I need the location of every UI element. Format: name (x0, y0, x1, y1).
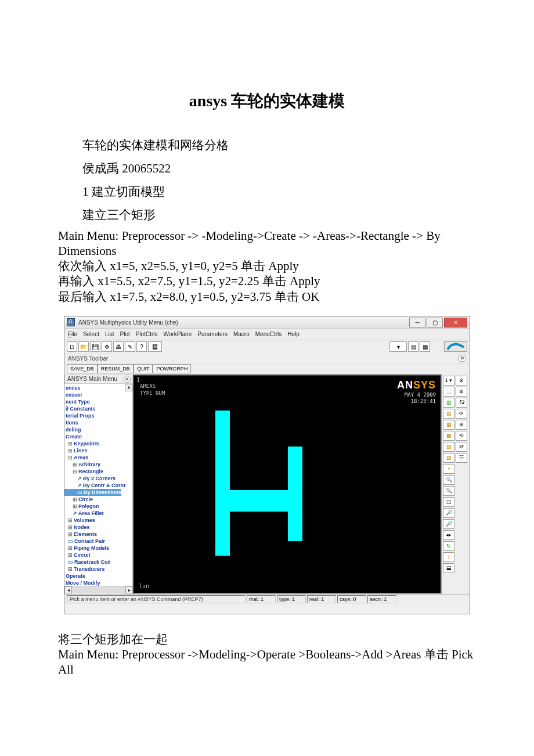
tree-by-dimensions[interactable]: ▭By Dimensions (64, 489, 121, 496)
tree-move-modify[interactable]: Move / Modify (64, 579, 132, 586)
tree-terial-props[interactable]: terial Props (64, 412, 132, 419)
downfit-icon[interactable]: ⬓ (443, 563, 454, 573)
capture-icon[interactable]: ▦ (420, 341, 430, 352)
zoom-icon[interactable]: 🔍 (443, 475, 454, 485)
panud-icon[interactable]: ↕ (443, 552, 454, 562)
collapse-icon[interactable]: ⊗ (458, 355, 466, 362)
tree-circle[interactable]: ⊞Circle (64, 496, 132, 503)
sidebar-collapse-icon[interactable]: ⊗ (124, 376, 131, 383)
menu-help[interactable]: Help (287, 331, 300, 337)
dynamic1-icon[interactable]: 🗘 (456, 398, 467, 408)
top-icon[interactable]: ▦ (443, 420, 454, 430)
save-icon[interactable]: 💾 (90, 341, 100, 352)
scroll-right-icon[interactable]: ▸ (125, 586, 133, 593)
tree-arbitrary[interactable]: ⊞Arbitrary (64, 461, 132, 468)
tree-racetrack-coil[interactable]: ▭Racetrack Coil (64, 559, 132, 566)
powrgrph-button[interactable]: POWRGRPH (153, 364, 191, 373)
statusbar: Pick a menu item or enter an ANSYS Comma… (64, 594, 470, 604)
menu-plot[interactable]: Plot (120, 331, 129, 337)
menu-select[interactable]: Select (83, 331, 99, 337)
tree-cessor[interactable]: cessor (64, 391, 132, 398)
menu-menuctrls[interactable]: MenuCtrls (255, 331, 282, 337)
fit-icon[interactable]: ⊗ (456, 376, 467, 386)
tree-nent-type[interactable]: nent Type (64, 398, 132, 405)
view7-icon[interactable]: ▨ (443, 453, 454, 463)
tree-polygon[interactable]: ⊞Polygon (64, 503, 132, 510)
close-button[interactable]: ✕ (444, 318, 467, 327)
doc-line-1: 车轮的实体建模和网络分格 (58, 134, 476, 157)
tree-create[interactable]: Create (64, 433, 132, 440)
tree-il-constants[interactable]: il Constants (64, 405, 132, 412)
tree-area-fillet[interactable]: ↗Area Fillet (64, 510, 132, 517)
side-icon[interactable]: ▤ (443, 409, 454, 419)
obl-icon[interactable]: ▩ (443, 431, 454, 441)
new-icon[interactable]: 🗋 (67, 341, 77, 352)
tree-transducers[interactable]: ⊞Transducers (64, 566, 132, 573)
tree-elements[interactable]: ⊞Elements (64, 531, 132, 538)
pan-icon[interactable]: ✥ (102, 341, 112, 352)
tree-rectangle[interactable]: ⊟Rectangle (64, 468, 132, 475)
main-menu-label: ANSYS Main Menu (67, 376, 117, 382)
panlr-icon[interactable]: ◂▸ (443, 530, 454, 540)
front-icon[interactable]: ▥ (443, 398, 454, 408)
tree-keypoints[interactable]: ⊞Keypoints (64, 440, 132, 447)
sidebar-hscroll[interactable]: ◂ ▸ (64, 586, 133, 594)
tree-volumes[interactable]: ⊞Volumes (64, 517, 132, 524)
scroll-left-icon[interactable]: ◂ (64, 586, 72, 593)
tree-deling[interactable]: deling (64, 426, 132, 433)
doc-zh-2: 再输入 x1=5.5, x2=7.5, y1=1.5, y2=2.25 单击 A… (58, 273, 476, 289)
raise-hidden-icon[interactable]: ▤ (408, 341, 418, 352)
tree-by-centr-cornr[interactable]: ↗By Centr & Cornr (64, 482, 132, 489)
print-icon[interactable]: 🖶 (113, 341, 124, 352)
view8-icon[interactable]: ▪ (443, 464, 454, 474)
tree-contact-pair[interactable]: ▭Contact Pair (64, 538, 132, 545)
dynamic4-icon[interactable]: ⟲ (456, 431, 467, 441)
iso-icon[interactable]: ⬚ (443, 387, 454, 397)
tree-lines[interactable]: ⊞Lines (64, 447, 132, 454)
dynamic2-icon[interactable]: ⟳ (456, 409, 467, 419)
standard-toolbar: 🗋 📂 💾 ✥ 🖶 ✎ ? 🖼 ▾ ▤ ▦ (64, 340, 470, 354)
tree-ences[interactable]: ences (64, 384, 132, 391)
quit-button[interactable]: QUIT (134, 364, 153, 373)
precise-icon[interactable]: ☷ (456, 453, 467, 463)
maximize-button[interactable]: ▢ (427, 318, 443, 327)
scroll-track[interactable] (72, 586, 125, 593)
tree-circuit[interactable]: ⊞Circuit (64, 552, 132, 559)
resum-db-button[interactable]: RESUM_DB (98, 364, 134, 373)
menu-workplane[interactable]: WorkPlane (164, 331, 192, 337)
page-title: ansys 车轮的实体建模 (58, 90, 476, 112)
main-area: ANSYS Main Menu ⊗ ▴ ences cessor nent Ty… (64, 375, 470, 594)
zoomwin-icon[interactable]: 🔍 (443, 486, 454, 496)
rotate-icon[interactable]: ↻ (443, 541, 454, 551)
dynamic3-icon[interactable]: ⊕ (456, 420, 467, 430)
open-icon[interactable]: 📂 (78, 341, 89, 352)
menu-parameters[interactable]: Parameters (197, 331, 228, 337)
menu-plotctrls[interactable]: PlotCtrls (136, 331, 158, 337)
zoombox-icon[interactable]: ◫ (443, 497, 454, 507)
graphics-viewport[interactable]: 1 AREAS TYPE NUM ANSYS MAY 4 2009 18:25:… (133, 375, 442, 594)
save-db-button[interactable]: SAVE_DB (67, 364, 98, 373)
view-select[interactable]: 1 ▾ (443, 376, 454, 386)
persp-icon[interactable]: ▧ (443, 442, 454, 452)
tree-areas[interactable]: ⊟Areas (64, 454, 132, 461)
zoomfit2-icon[interactable]: ⊗ (456, 387, 467, 397)
menu-file[interactable]: File (68, 331, 77, 337)
tree-by-2-corners[interactable]: ↗By 2 Corners (64, 475, 132, 482)
minimize-button[interactable]: ─ (409, 318, 425, 327)
tree-nodes[interactable]: ⊞Nodes (64, 524, 132, 531)
rate-select[interactable]: 3▾ (456, 442, 467, 452)
image-icon[interactable]: 🖼 (148, 341, 162, 352)
doc-after-1: 将三个矩形加在一起 (58, 632, 476, 647)
scroll-up-icon[interactable]: ▴ (125, 384, 132, 391)
zoomout-icon[interactable]: 🔎 (443, 519, 454, 529)
menu-macro[interactable]: Macro (233, 331, 250, 337)
menu-list[interactable]: List (105, 331, 114, 337)
report-icon[interactable]: ✎ (125, 341, 135, 352)
zoomin-icon[interactable]: 🔎 (443, 508, 454, 518)
tree-piping-models[interactable]: ⊞Piping Models (64, 545, 132, 552)
tree-tions[interactable]: tions (64, 419, 132, 426)
dropdown-1[interactable]: ▾ (389, 341, 407, 352)
graphics-datetime: MAY 4 2009 18:25:41 (405, 392, 436, 405)
tree-operate[interactable]: Operate (64, 573, 132, 579)
help-icon[interactable]: ? (136, 341, 147, 352)
